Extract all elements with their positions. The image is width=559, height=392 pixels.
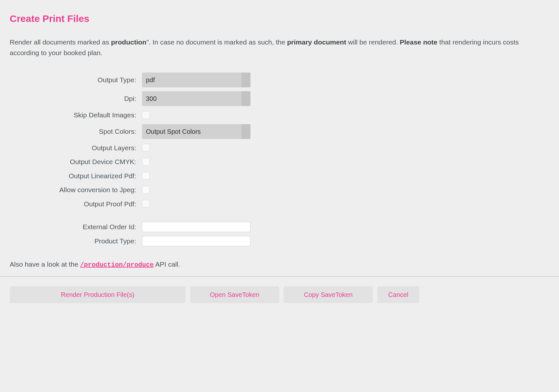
render-production-button[interactable]: Render Production File(s) xyxy=(10,286,186,303)
product-type-label: Product Type: xyxy=(10,236,142,246)
output-linearized-pdf-checkbox[interactable] xyxy=(142,172,150,180)
skip-default-images-label: Skip Default Images: xyxy=(10,110,142,120)
output-type-select[interactable]: pdf xyxy=(142,73,250,87)
copy-savetoken-button[interactable]: Copy SaveToken xyxy=(284,286,373,303)
open-savetoken-button[interactable]: Open SaveToken xyxy=(190,286,279,303)
output-layers-checkbox[interactable] xyxy=(142,144,150,152)
output-device-cmyk-checkbox[interactable] xyxy=(142,158,150,166)
output-proof-pdf-checkbox[interactable] xyxy=(142,200,150,208)
page-title: Create Print Files xyxy=(10,11,549,26)
output-linearized-pdf-label: Output Linearized Pdf: xyxy=(10,171,142,181)
allow-jpeg-label: Allow conversion to Jpeg: xyxy=(10,185,142,195)
output-type-label: Output Type: xyxy=(10,75,142,85)
footer-text: Also have a look at the /production/prod… xyxy=(10,259,549,270)
skip-default-images-checkbox[interactable] xyxy=(142,111,150,119)
external-order-id-label: External Order Id: xyxy=(10,222,142,232)
description-text: Render all documents marked as productio… xyxy=(10,37,549,58)
spot-colors-select[interactable]: Output Spot Colors xyxy=(142,124,250,139)
cancel-button[interactable]: Cancel xyxy=(377,286,419,303)
spot-colors-label: Spot Colors: xyxy=(10,126,142,137)
output-layers-label: Output Layers: xyxy=(10,143,142,153)
output-proof-pdf-label: Output Proof Pdf: xyxy=(10,199,142,209)
api-link[interactable]: /production/produce xyxy=(80,261,154,269)
dpi-select[interactable]: 300 xyxy=(142,91,250,106)
external-order-id-input[interactable] xyxy=(142,222,250,232)
output-device-cmyk-label: Output Device CMYK: xyxy=(10,157,142,167)
dpi-label: Dpi: xyxy=(10,93,142,104)
product-type-input[interactable] xyxy=(142,236,250,246)
allow-jpeg-checkbox[interactable] xyxy=(142,186,150,194)
